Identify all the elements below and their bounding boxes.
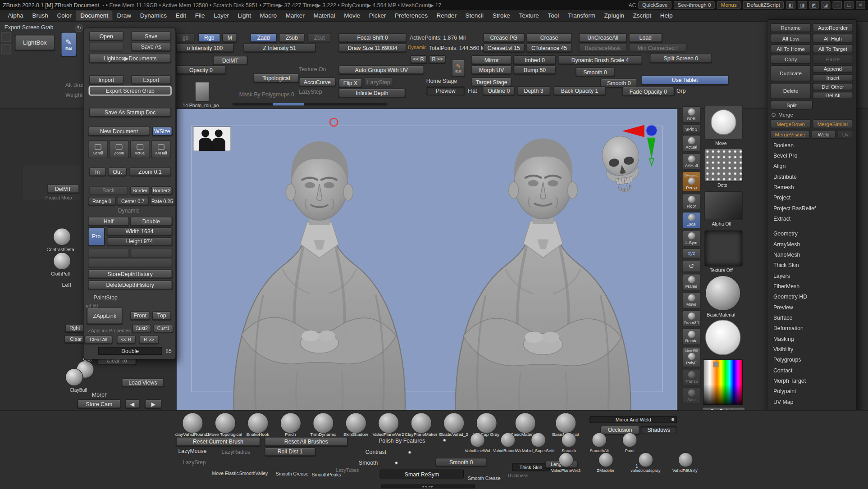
outline-slider[interactable]: Outline 0 (483, 86, 515, 95)
tool-subpalette-item[interactable]: Morph Target (771, 376, 853, 386)
accucurve-button[interactable]: AccuCurve (299, 77, 335, 86)
quicksave-button[interactable]: QuickSave (638, 1, 672, 9)
lightbox-button[interactable]: LightBox (15, 35, 55, 50)
doc-export-button[interactable]: Export (131, 75, 171, 84)
split-screen-slider[interactable]: Split Screen 0 (650, 54, 712, 63)
tool-subpalette-item[interactable]: Polypaint (771, 387, 853, 397)
doc-cust2-button[interactable]: Cust2 (132, 325, 151, 332)
right-shelf-button[interactable]: Line Fill PolyF (682, 347, 701, 367)
doc-zoom-out-button[interactable]: Out (108, 168, 127, 176)
smooth0-slider[interactable]: Smooth 0 (436, 458, 487, 466)
menus-toggle[interactable]: Menus (717, 1, 740, 9)
tool-subpalette-item[interactable]: Visibility (771, 344, 853, 355)
split-button[interactable]: Split (771, 101, 813, 110)
brush-thumbnail[interactable]: VahidPlaneVer2 (372, 412, 404, 437)
doc-r-left-button[interactable]: << R (117, 336, 136, 344)
doc-clear-all-button[interactable]: Clear All (85, 336, 112, 344)
menu-item[interactable]: Draw (113, 10, 136, 20)
doc-zoom-slider[interactable]: Zoom 0.1 (129, 168, 171, 176)
right-shelf-button[interactable]: Rotate (682, 329, 701, 345)
right-shelf-button[interactable]: xyz (682, 249, 701, 258)
tool-subpalette-item[interactable]: Geometry (771, 229, 853, 240)
brush-thumbnail-small[interactable]: Paint (614, 433, 645, 453)
z-intensity-slider[interactable]: Z Intensity 51 (243, 43, 315, 52)
brush-thumbnail-small-b[interactable]: VahidFillUnify' (667, 453, 703, 473)
doc-import-button[interactable]: Import (89, 75, 123, 84)
copy-button[interactable]: Copy (771, 55, 811, 64)
store-cam-button[interactable]: Store Cam (78, 399, 121, 408)
opacity-slider[interactable]: Opacity 0 (176, 65, 226, 74)
menu-item[interactable]: Brush (28, 10, 53, 20)
topological-button[interactable]: Topological (254, 73, 299, 82)
morph-label[interactable]: Morph (92, 392, 108, 398)
lazy-step2-label[interactable]: LazyStep (299, 89, 322, 95)
uv-button[interactable]: Uv (838, 130, 853, 139)
right-shelf-button[interactable]: Transp (682, 369, 701, 385)
doc-zoom-in-button[interactable]: In (89, 168, 106, 176)
brush-thumbnail-small[interactable]: Smooth (553, 433, 584, 453)
shadows-button[interactable]: Shadows (640, 426, 677, 434)
thick-skin-button[interactable]: Thick Skin (512, 463, 550, 471)
tool-menu-op[interactable]: Bevel Pro (771, 151, 853, 161)
tool-menu-op[interactable]: Project BasRelief (771, 204, 853, 214)
menu-item[interactable]: Zplugin (600, 10, 629, 20)
roll-dist-slider[interactable]: Roll Dist 1 (265, 448, 315, 456)
menu-item[interactable]: Render (432, 10, 461, 20)
doc-save-startup-button[interactable]: Save As Startup Doc (89, 108, 171, 117)
merge-down-button[interactable]: MergeDown (771, 119, 811, 128)
stencil-photo-thumbnail[interactable] (195, 82, 209, 102)
right-shelf-button[interactable]: Actual (682, 135, 701, 152)
duplicate-button[interactable]: Duplicate (771, 65, 811, 82)
tool-subpalette-item[interactable]: Contact (771, 366, 853, 376)
doc-nav-icon-button[interactable]: AAHalf (151, 140, 171, 158)
left-label[interactable]: Left (62, 282, 71, 288)
zsub-button[interactable]: Zsub (279, 33, 305, 42)
smooth-valley-label[interactable]: SmoothValley (239, 471, 268, 476)
right-shelf-button[interactable]: Floor (682, 194, 701, 210)
depth-slider[interactable]: Depth 3 (517, 86, 550, 95)
target-stage-button[interactable]: Target Stage (472, 77, 512, 86)
menu-item[interactable]: Light (233, 10, 256, 20)
color-sphere[interactable] (705, 320, 741, 355)
right-shelf-button[interactable]: L.Sym (682, 230, 701, 247)
document-canvas[interactable] (176, 109, 678, 411)
ctolerance-slider[interactable]: CTolerance 45 (526, 43, 572, 52)
brush-thumbnail[interactable]: ClayPlaneMaker (405, 412, 437, 437)
brush-thumbnail[interactable]: TrimDynamic (306, 412, 339, 437)
layout-bottom-icon[interactable]: ◪ (821, 1, 831, 9)
tool-subpalette-item[interactable]: Masking (771, 334, 853, 344)
del-all-button[interactable]: Del All (813, 92, 853, 99)
texture-off-thumbnail[interactable] (704, 230, 743, 267)
stroke-thumbnail[interactable] (704, 105, 743, 139)
right-shelf-button[interactable]: ↺ (682, 260, 701, 272)
menu-item[interactable]: Material (309, 10, 340, 20)
menu-item[interactable]: Movie (339, 10, 365, 20)
cloth-pull-brush-icon[interactable] (53, 252, 71, 270)
menu-item[interactable]: Marker (281, 10, 309, 20)
all-to-home-button[interactable]: All To Home (771, 44, 811, 53)
doc-range-slider[interactable]: Range 0 (88, 197, 115, 205)
doc-save-as-button[interactable]: Save As (131, 42, 171, 51)
reset-all-brushes-button[interactable]: Reset All Brushes (265, 437, 347, 446)
fade-opacity-slider[interactable]: Fade Opacity 0 (622, 87, 674, 96)
tool-subpalette-item[interactable]: Polygroups (771, 355, 853, 366)
tool-subpalette-item[interactable]: Layers (771, 271, 853, 281)
default-zscript-button[interactable]: DefaultZScript (743, 1, 784, 9)
grp-label[interactable]: Grp (676, 88, 685, 94)
edit-mode-button[interactable]: Edit (61, 32, 76, 56)
material-thumbnail[interactable] (705, 276, 741, 311)
tool-menu-op[interactable]: Project (771, 193, 853, 204)
load-button[interactable]: Load (629, 33, 662, 42)
menu-item[interactable]: Transform (563, 10, 600, 20)
lazy-radius-label[interactable]: LazyRadius (221, 449, 250, 455)
doc-top-button[interactable]: Top (152, 312, 171, 320)
doc-r-right-button[interactable]: R >> (139, 336, 159, 344)
doc-nav-icon-button[interactable]: Actual (130, 140, 150, 158)
edit-small-button[interactable]: Edit (452, 60, 465, 77)
smooth-top-slider[interactable]: Smooth 0 (576, 68, 614, 77)
weld-button[interactable]: Weld (811, 130, 836, 139)
left-dock-icon-1[interactable] (1, 32, 11, 42)
bottom-scrollbar[interactable] (381, 484, 475, 489)
menu-item[interactable]: Color (53, 10, 76, 20)
reference-silhouette-thumbnail[interactable] (193, 127, 231, 151)
